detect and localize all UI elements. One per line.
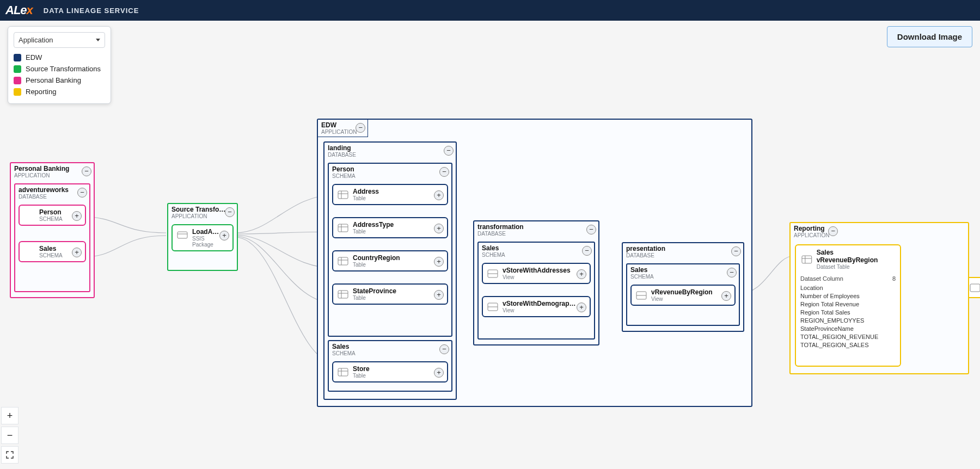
node-title: presentation bbox=[626, 245, 732, 252]
lineage-canvas[interactable]: Application EDW Source Transformations P… bbox=[0, 21, 980, 469]
column-item[interactable]: Region Total Sales bbox=[800, 308, 896, 317]
node-transformation[interactable]: transformationDATABASE− SalesSCHEMA− vSt… bbox=[473, 220, 599, 345]
node-source-transformations[interactable]: Source Transform…APPLICATION− LoadAdvent… bbox=[167, 203, 238, 271]
table-icon bbox=[336, 288, 350, 301]
node-vrevenuebyregion[interactable]: vRevenueByRegionView+ bbox=[630, 285, 736, 306]
node-landing[interactable]: landingDATABASE− PersonSCHEMA− AddressTa… bbox=[323, 141, 457, 400]
node-landing-person[interactable]: PersonSCHEMA− AddressTable+ AddressTypeT… bbox=[328, 163, 452, 337]
node-vstorewithaddresses[interactable]: vStoreWithAddressesView+ bbox=[482, 263, 591, 284]
node-trans-sales[interactable]: SalesSCHEMA− vStoreWithAddressesView+ vS… bbox=[477, 242, 595, 340]
node-adventureworks[interactable]: adventureworksDATABASE− Person SCHEMA + … bbox=[14, 183, 90, 292]
node-stateprovince[interactable]: StateProvinceTable+ bbox=[332, 283, 448, 305]
collapse-icon[interactable]: − bbox=[356, 123, 365, 133]
download-image-button[interactable]: Download Image bbox=[887, 26, 972, 47]
expand-icon[interactable]: + bbox=[721, 291, 731, 301]
expand-icon[interactable]: + bbox=[434, 290, 444, 300]
package-icon bbox=[176, 229, 189, 242]
node-pb-sales[interactable]: Sales SCHEMA + bbox=[19, 241, 86, 262]
node-vstorewithdemographics[interactable]: vStoreWithDemographicsView+ bbox=[482, 296, 591, 317]
zoom-fit-button[interactable] bbox=[1, 446, 19, 464]
column-item[interactable]: TOTAL_REGION_REVENUE bbox=[800, 333, 896, 341]
leaf-title: StateProvince bbox=[353, 287, 434, 295]
leaf-title: vStoreWithDemographics bbox=[503, 300, 577, 307]
column-item[interactable]: Number of Employees bbox=[800, 292, 896, 300]
collapse-icon[interactable]: − bbox=[439, 167, 449, 177]
column-item[interactable]: Region Total Revenue bbox=[800, 300, 896, 308]
legend-item-source-transformations[interactable]: Source Transformations bbox=[14, 65, 105, 73]
column-count: 8 bbox=[892, 275, 896, 282]
node-reporting[interactable]: ReportingAPPLICATION− Sales vRevenueByRe… bbox=[789, 222, 969, 374]
node-type: APPLICATION bbox=[171, 213, 226, 219]
node-load-adventureworks[interactable]: LoadAdventureWo… SSIS Package + bbox=[171, 224, 234, 251]
expand-icon[interactable]: + bbox=[577, 303, 586, 312]
collapse-icon[interactable]: − bbox=[582, 246, 592, 256]
expand-icon[interactable]: + bbox=[219, 231, 229, 240]
expand-icon[interactable]: + bbox=[72, 248, 82, 257]
leaf-type: Table bbox=[353, 195, 434, 201]
node-countryregion[interactable]: CountryRegionTable+ bbox=[332, 250, 448, 271]
table-icon bbox=[336, 221, 350, 234]
collapse-icon[interactable]: − bbox=[225, 207, 235, 217]
logo-text: ALe bbox=[5, 3, 27, 17]
node-type: APPLICATION bbox=[321, 129, 357, 135]
column-item[interactable]: TOTAL_REGION_SALES bbox=[800, 341, 896, 349]
swatch-icon bbox=[14, 77, 21, 84]
legend-label: Reporting bbox=[26, 88, 56, 96]
node-title: Personal Banking bbox=[14, 165, 83, 172]
legend-item-personal-banking[interactable]: Personal Banking bbox=[14, 76, 105, 84]
svg-rect-8 bbox=[338, 257, 348, 265]
collapse-icon[interactable]: − bbox=[731, 246, 741, 256]
collapse-icon[interactable]: − bbox=[828, 226, 838, 236]
node-title: Sales bbox=[630, 266, 728, 274]
node-pres-sales[interactable]: SalesSCHEMA− vRevenueByRegionView+ bbox=[626, 263, 740, 326]
collapse-icon[interactable]: − bbox=[439, 344, 449, 354]
node-type: APPLICATION bbox=[14, 172, 83, 178]
node-presentation[interactable]: presentationDATABASE− SalesSCHEMA− vReve… bbox=[622, 242, 744, 332]
svg-rect-5 bbox=[338, 224, 348, 232]
view-icon bbox=[486, 267, 499, 280]
node-type: SCHEMA bbox=[482, 252, 583, 258]
expand-icon[interactable]: + bbox=[577, 269, 586, 279]
leaf-title: AddressType bbox=[353, 221, 434, 229]
node-title: landing bbox=[328, 144, 445, 152]
collapse-icon[interactable]: − bbox=[82, 166, 91, 176]
leaf-title: Address bbox=[353, 188, 434, 195]
node-landing-sales[interactable]: SalesSCHEMA− StoreTable+ bbox=[328, 340, 452, 392]
expand-icon[interactable]: + bbox=[434, 224, 444, 233]
visual-icon bbox=[969, 281, 980, 294]
collapse-icon[interactable]: − bbox=[444, 146, 454, 156]
collapse-icon[interactable]: − bbox=[586, 225, 596, 234]
node-address[interactable]: AddressTable+ bbox=[332, 184, 448, 205]
expand-icon[interactable]: + bbox=[434, 257, 444, 267]
chevron-down-icon bbox=[96, 39, 100, 41]
column-item[interactable]: REGION_EMPLOYYES bbox=[800, 317, 896, 325]
node-edw[interactable]: EDWAPPLICATION− landingDATABASE− PersonS… bbox=[317, 119, 752, 407]
collapse-icon[interactable]: − bbox=[77, 188, 87, 198]
node-personal-banking[interactable]: Personal BankingAPPLICATION− adventurewo… bbox=[10, 162, 95, 298]
node-addresstype[interactable]: AddressTypeTable+ bbox=[332, 217, 448, 238]
zoom-out-button[interactable]: − bbox=[1, 427, 19, 444]
dropdown-label: Application bbox=[19, 36, 53, 44]
leaf-type: View bbox=[503, 274, 577, 280]
legend-item-edw[interactable]: EDW bbox=[14, 53, 105, 61]
collapse-icon[interactable]: − bbox=[727, 268, 737, 277]
column-item[interactable]: StateProvinceName bbox=[800, 325, 896, 333]
expand-icon[interactable]: + bbox=[72, 211, 82, 221]
leaf-title: LoadAdventureWo… bbox=[192, 228, 219, 236]
node-store[interactable]: StoreTable+ bbox=[332, 361, 448, 382]
view-icon bbox=[635, 289, 648, 302]
node-type: DATABASE bbox=[328, 152, 445, 158]
column-header: Dataset Column bbox=[800, 275, 843, 282]
node-pb-person[interactable]: Person SCHEMA + bbox=[19, 205, 86, 226]
zoom-in-button[interactable]: + bbox=[1, 407, 19, 424]
column-item[interactable]: Location bbox=[800, 284, 896, 292]
leaf-type: View bbox=[651, 296, 721, 302]
node-type: DATABASE bbox=[626, 252, 732, 258]
node-sales-vrevenuebyregion-detail[interactable]: Sales vRevenueByRegion Dataset Table Dat… bbox=[795, 244, 901, 367]
group-by-dropdown[interactable]: Application bbox=[14, 32, 105, 48]
legend-item-reporting[interactable]: Reporting bbox=[14, 88, 105, 96]
expand-icon[interactable]: + bbox=[434, 190, 444, 200]
detail-type: Dataset Table bbox=[817, 264, 896, 270]
node-title: adventureworks bbox=[19, 186, 78, 194]
expand-icon[interactable]: + bbox=[434, 368, 444, 378]
